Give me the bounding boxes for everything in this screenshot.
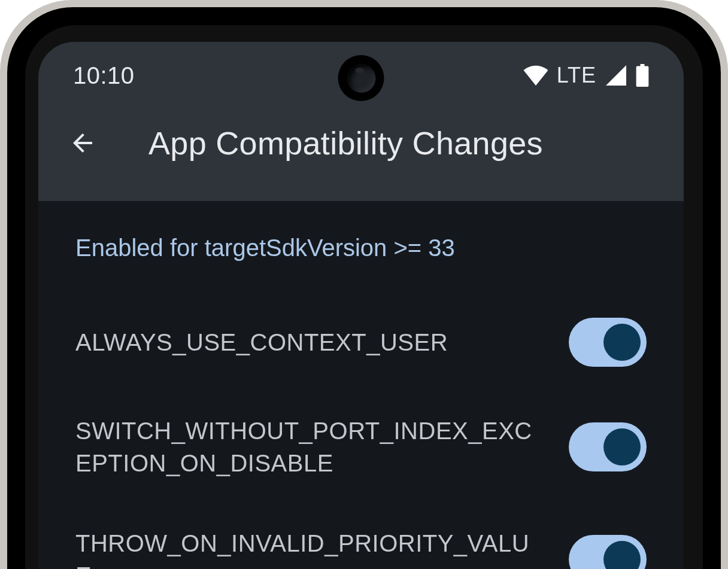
viewport: 10:10 LTE App Compatibility xyxy=(0,0,728,569)
app-bar: App Compatibility Changes xyxy=(38,109,684,201)
header-area: 10:10 LTE App Compatibility xyxy=(38,42,684,201)
compat-change-label: THROW_ON_INVALID_PRIORITY_VALUE xyxy=(75,527,545,569)
switch-thumb xyxy=(603,324,641,361)
device-frame-outer: 10:10 LTE App Compatibility xyxy=(0,0,728,569)
screen: 10:10 LTE App Compatibility xyxy=(38,42,684,569)
compat-change-label: SWITCH_WITHOUT_PORT_INDEX_EXCEPTION_ON_D… xyxy=(75,415,545,479)
camera-lens xyxy=(347,64,375,93)
compat-change-row[interactable]: ALWAYS_USE_CONTEXT_USER xyxy=(75,294,647,391)
compat-change-label: ALWAYS_USE_CONTEXT_USER xyxy=(75,326,448,358)
network-label: LTE xyxy=(557,63,596,88)
arrow-back-icon xyxy=(68,129,97,157)
page-title: App Compatibility Changes xyxy=(148,124,543,162)
status-clock: 10:10 xyxy=(73,62,135,89)
back-button[interactable] xyxy=(67,127,98,159)
section-header: Enabled for targetSdkVersion >= 33 xyxy=(75,235,647,261)
status-icons: LTE xyxy=(523,63,649,88)
signal-icon xyxy=(605,65,627,86)
compat-change-row[interactable]: SWITCH_WITHOUT_PORT_INDEX_EXCEPTION_ON_D… xyxy=(75,391,647,503)
compat-change-row[interactable]: THROW_ON_INVALID_PRIORITY_VALUE xyxy=(75,503,647,569)
toggle-switch[interactable] xyxy=(569,422,647,471)
switch-thumb xyxy=(603,541,641,569)
wifi-icon xyxy=(523,65,548,86)
status-bar: 10:10 LTE xyxy=(38,42,684,109)
toggle-switch[interactable] xyxy=(569,318,647,367)
content-area: Enabled for targetSdkVersion >= 33 ALWAY… xyxy=(38,201,684,569)
front-camera xyxy=(338,55,384,101)
battery-icon xyxy=(636,64,649,87)
toggle-switch[interactable] xyxy=(569,535,647,569)
switch-thumb xyxy=(603,428,641,465)
